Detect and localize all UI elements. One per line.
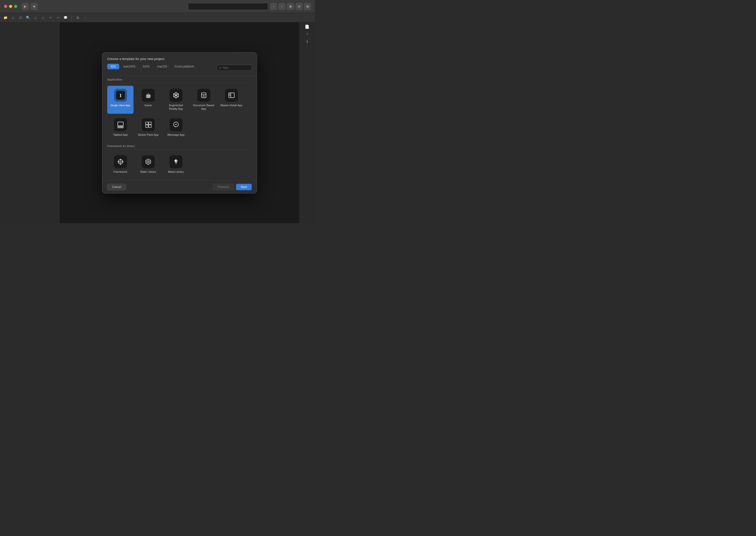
add-button[interactable]: ＋ (270, 3, 277, 10)
framework-icon (114, 155, 127, 168)
template-game[interactable]: 🤖 Game (135, 86, 161, 114)
tab-watchos[interactable]: watchOS (120, 64, 139, 69)
template-framework[interactable]: Framework (107, 152, 134, 177)
alert-icon[interactable]: △ (33, 15, 38, 20)
imessage-icon (170, 118, 182, 131)
modal-header: Choose a template for your new project: … (102, 52, 257, 76)
template-imessage-app[interactable]: iMessage App (163, 115, 189, 140)
section-application-header: Application (107, 76, 252, 83)
sticker-pack-icon (142, 118, 155, 131)
template-sticker-pack-app[interactable]: Sticker Pack App (135, 115, 161, 140)
maximize-button[interactable] (14, 5, 17, 8)
search-icon[interactable]: 🔍 (25, 15, 30, 20)
run-button[interactable]: ▶ (22, 3, 29, 10)
single-view-icon: 1 (114, 89, 127, 102)
metal-library-icon (170, 155, 182, 168)
inspector-icon[interactable]: 📄 (305, 24, 310, 29)
svg-rect-45 (122, 161, 123, 162)
ar-icon (170, 89, 182, 102)
section-framework-header: Framework & Library (107, 142, 252, 150)
content-area: No Selection Choose a template for your … (60, 22, 299, 223)
template-static-library[interactable]: Static Library (135, 152, 161, 177)
game-icon: 🤖 (142, 89, 155, 102)
svg-rect-39 (116, 157, 125, 166)
tab-cross-platform[interactable]: Cross-platform (171, 64, 198, 69)
layout-button-3[interactable]: ▦ (304, 3, 311, 10)
grid-icon[interactable]: ⊞ (75, 15, 80, 20)
sticker-pack-svg (144, 120, 153, 129)
main-layout: No Selection Choose a template for your … (0, 22, 315, 223)
help-icon[interactable]: ? (306, 32, 308, 36)
cancel-button[interactable]: Cancel (107, 184, 126, 190)
imessage-label: iMessage App (167, 133, 184, 137)
folder-icon[interactable]: 📁 (3, 15, 8, 20)
template-single-view-app[interactable]: 1 Single View App (107, 86, 134, 114)
master-detail-label: Master-Detail App (220, 104, 242, 107)
svg-point-28 (121, 127, 122, 127)
svg-text:1: 1 (119, 93, 122, 98)
minimize-button[interactable] (9, 5, 12, 8)
layout-button-1[interactable]: ▣ (287, 3, 294, 10)
template-master-detail-app[interactable]: Master-Detail App (218, 86, 245, 114)
template-metal-library[interactable]: Metal Library (163, 152, 189, 177)
search-bar[interactable] (188, 3, 268, 10)
new-project-modal: Choose a template for your new project: … (102, 52, 257, 193)
workflow-button[interactable]: ⤢ (279, 3, 285, 10)
static-library-label: Static Library (140, 170, 156, 174)
filter-icon: ⊙ (219, 66, 221, 70)
metal-library-label: Metal Library (168, 170, 184, 174)
diamond-icon[interactable]: ◇ (41, 15, 46, 20)
tabs-row: iOS watchOS tvOS macOS Cross-platform ⊙ … (107, 64, 252, 72)
svg-rect-43 (120, 163, 121, 164)
list-icon[interactable]: ≡ (48, 15, 53, 20)
svg-rect-44 (117, 161, 118, 162)
filter-box[interactable]: ⊙ Filter (217, 65, 252, 71)
sticker-pack-label: Sticker Pack App (138, 133, 158, 137)
svg-point-37 (176, 124, 176, 125)
sidebar (0, 22, 60, 223)
platform-tabs: iOS watchOS tvOS macOS Cross-platform (107, 64, 198, 69)
tabbed-svg (116, 120, 125, 129)
tabbed-icon (114, 118, 127, 131)
nav-buttons: Previous Next (213, 184, 252, 190)
ar-svg (172, 91, 181, 100)
template-document-based-app[interactable]: Document Based App (190, 86, 217, 114)
info-icon[interactable]: ℹ (307, 39, 308, 44)
nav-back-icon[interactable]: ‹ (83, 15, 88, 20)
close-button[interactable] (4, 5, 7, 8)
previous-button[interactable]: Previous (213, 184, 234, 190)
template-ar-app[interactable]: Augmented Reality App (163, 86, 189, 114)
imessage-svg (172, 120, 181, 129)
game-svg: 🤖 (144, 91, 153, 100)
warning-icon[interactable]: ⚠ (11, 15, 16, 20)
toolbar: 📁 ⚠ ⊟ 🔍 △ ◇ ≡ ↩ 💬 ⊞ ‹ (0, 13, 315, 22)
filter2-icon[interactable]: ⊟ (18, 15, 23, 20)
svg-point-26 (119, 127, 119, 127)
next-button[interactable]: Next (236, 184, 252, 190)
tab-macos[interactable]: macOS (153, 64, 171, 69)
titlebar-right-controls: ＋ ⤢ ▣ ▤ ▦ (270, 3, 311, 10)
svg-point-47 (148, 161, 148, 162)
master-detail-svg (227, 91, 236, 100)
application-template-grid: 1 Single View App 🤖 (107, 86, 252, 140)
filter-label: Filter (222, 66, 228, 69)
tab-ios[interactable]: iOS (107, 64, 119, 69)
svg-point-27 (120, 127, 121, 127)
template-tabbed-app[interactable]: Tabbed App (107, 115, 134, 140)
single-view-svg: 1 (116, 91, 125, 100)
modal-footer: Cancel Previous Next (102, 181, 257, 193)
layout-button-2[interactable]: ▤ (295, 3, 303, 10)
tab-tvos[interactable]: tvOS (140, 64, 153, 69)
single-view-label: Single View App (111, 104, 130, 107)
right-panel: 📄 ? ℹ (299, 22, 315, 223)
static-library-icon (142, 155, 155, 168)
history-icon[interactable]: ↩ (55, 15, 60, 20)
svg-point-36 (175, 124, 176, 125)
svg-point-38 (176, 124, 177, 125)
stop-button[interactable]: ■ (31, 3, 38, 10)
static-library-svg (144, 157, 153, 166)
framework-template-grid: Framework (107, 152, 252, 177)
modal-body: Application 1 Single View App (102, 76, 257, 181)
comment-icon[interactable]: 💬 (63, 15, 68, 20)
modal-title: Choose a template for your new project: (107, 57, 252, 61)
